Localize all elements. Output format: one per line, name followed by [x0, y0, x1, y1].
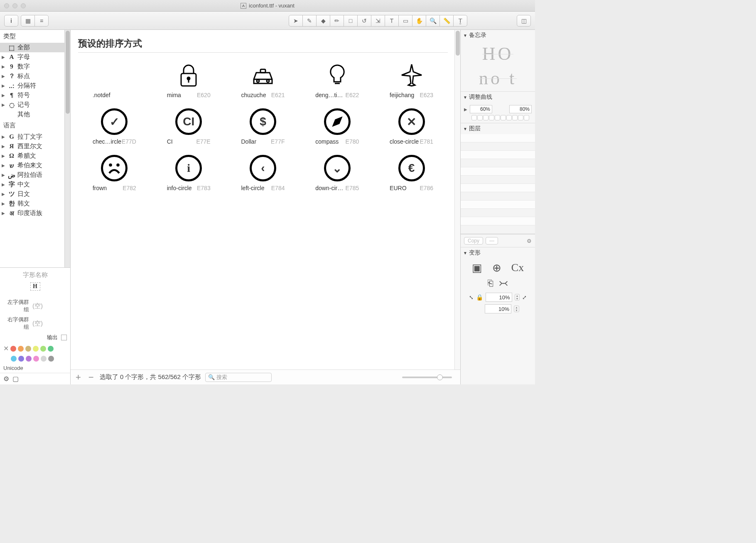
- remove-glyph-button[interactable]: −: [87, 372, 96, 383]
- layers-section-header[interactable]: ▼图层: [461, 123, 535, 134]
- sidebar-type-item[interactable]: 其他: [0, 110, 70, 119]
- annotation-tool-button[interactable]: ▭: [398, 15, 412, 27]
- add-glyph-button[interactable]: +: [74, 372, 83, 383]
- info-button[interactable]: i: [4, 15, 18, 27]
- transform-input-a[interactable]: 10%: [486, 293, 512, 302]
- sidebar-scrollbar[interactable]: [64, 30, 70, 267]
- erase-tool-button[interactable]: ◆: [316, 15, 330, 27]
- curve-section-header[interactable]: ▼调整曲线: [461, 92, 535, 103]
- color-swatch[interactable]: [18, 356, 24, 362]
- sidebar-lang-item[interactable]: ▶अ印度语族: [0, 208, 70, 218]
- cap-x-icon[interactable]: Cx: [511, 262, 524, 274]
- bounding-box-icon[interactable]: ▣: [472, 262, 482, 274]
- glyph-cell[interactable]: .notdef: [78, 57, 151, 100]
- sidebar-type-item[interactable]: ▶9数字: [0, 62, 70, 71]
- glyph-cell[interactable]: compassE780: [301, 103, 373, 147]
- curve-input-a[interactable]: 60%: [470, 105, 492, 113]
- left-kern-value[interactable]: (空): [32, 302, 43, 310]
- batch-icon[interactable]: ▢: [12, 375, 19, 383]
- crosshair-icon[interactable]: ⊕: [492, 262, 501, 274]
- sidebar-type-item[interactable]: ▶◌记号: [0, 100, 70, 110]
- color-swatch[interactable]: [10, 346, 16, 352]
- glyph-cell[interactable]: $ DollarE77F: [227, 103, 299, 147]
- pointer-tool-button[interactable]: ➤: [289, 15, 303, 27]
- flip-vertical-icon[interactable]: ᚛᚜: [499, 278, 508, 289]
- list-view-button[interactable]: ≡: [34, 15, 49, 27]
- flip-horizontal-icon[interactable]: ⎗: [488, 278, 493, 289]
- close-window-icon[interactable]: [4, 3, 9, 8]
- glyph-cell[interactable]: i info-circleE783: [152, 150, 225, 193]
- color-swatch[interactable]: [41, 356, 47, 362]
- sidebar-type-item[interactable]: ▶？标点: [0, 71, 70, 81]
- sidebar-lang-item[interactable]: ▶G拉丁文字: [0, 132, 70, 142]
- scale-tool-button[interactable]: ⇲: [371, 15, 385, 27]
- color-swatch[interactable]: [33, 346, 39, 352]
- memo-section-header[interactable]: ▼备忘录: [461, 30, 535, 41]
- color-swatch[interactable]: [11, 356, 17, 362]
- panels-button[interactable]: ◫: [517, 15, 531, 27]
- sidebar-lang-item[interactable]: ▶한韩文: [0, 199, 70, 208]
- sidebar-lang-item[interactable]: ▶ツ日文: [0, 189, 70, 199]
- glyph-cell[interactable]: CI CIE77E: [152, 103, 225, 147]
- measure-tool-button[interactable]: Ṯ: [453, 15, 467, 27]
- hand-tool-button[interactable]: ✋: [412, 15, 426, 27]
- glyph-cell[interactable]: € EUROE786: [375, 150, 448, 193]
- output-checkbox[interactable]: [61, 335, 67, 340]
- sidebar-lang-item[interactable]: ▶ש希伯来文: [0, 161, 70, 170]
- scale-in-icon[interactable]: ⤢: [522, 294, 527, 301]
- glyph-cell[interactable]: ‹ left-circleE784: [227, 150, 299, 193]
- glyph-cell[interactable]: chuzucheE621: [227, 57, 299, 100]
- stepper-a[interactable]: ▲▼: [515, 294, 520, 301]
- stepper-b[interactable]: ▲▼: [514, 306, 519, 312]
- color-swatch[interactable]: [40, 346, 46, 352]
- color-swatch[interactable]: [18, 346, 24, 352]
- curve-input-b[interactable]: 80%: [509, 105, 532, 113]
- main-scrollbar[interactable]: [454, 30, 460, 369]
- sidebar-lang-item[interactable]: ▶Ω希腊文: [0, 151, 70, 161]
- shape-tool-button[interactable]: □: [344, 15, 358, 27]
- sidebar-type-item[interactable]: ▶A字母: [0, 52, 70, 62]
- zoom-slider[interactable]: [402, 377, 452, 378]
- transform-section-header[interactable]: ▼变形: [461, 247, 535, 258]
- glyph-cell[interactable]: ⌄ down-circleE785: [301, 150, 373, 193]
- curve-expand-icon[interactable]: ▶: [464, 107, 467, 112]
- glyph-cell[interactable]: feijichangE623: [375, 57, 448, 100]
- sidebar-lang-item[interactable]: ▶Я西里尔文: [0, 142, 70, 151]
- rotate-tool-button[interactable]: ↺: [357, 15, 371, 27]
- clear-color-icon[interactable]: ✕: [3, 345, 9, 352]
- scale-out-icon[interactable]: ⤡: [469, 294, 474, 301]
- color-swatch[interactable]: [33, 356, 39, 362]
- zoom-tool-button[interactable]: 🔍: [426, 15, 440, 27]
- remove-layer-button[interactable]: —: [486, 237, 498, 245]
- pencil-tool-button[interactable]: ✏: [330, 15, 344, 27]
- curve-presets[interactable]: [471, 115, 532, 120]
- color-swatch[interactable]: [48, 356, 54, 362]
- glyph-cell[interactable]: mimaE620: [152, 57, 225, 100]
- glyph-cell[interactable]: ✕ close-circleE781: [375, 103, 448, 147]
- zoom-window-icon[interactable]: [21, 3, 26, 8]
- grid-view-button[interactable]: ▦: [21, 15, 35, 27]
- color-swatch[interactable]: [26, 356, 32, 362]
- search-input[interactable]: 🔍 搜索: [205, 373, 272, 382]
- sidebar-type-item[interactable]: ▶..:分隔符: [0, 81, 70, 90]
- copy-button[interactable]: Copy: [464, 237, 483, 245]
- sidebar-type-item[interactable]: ▶¶符号: [0, 90, 70, 100]
- ruler-tool-button[interactable]: 📏: [439, 15, 454, 27]
- lock-icon[interactable]: 🔒: [476, 294, 483, 301]
- glyph-cell[interactable]: ✓ chec…ircleE77D: [78, 103, 151, 147]
- color-swatch[interactable]: [25, 346, 31, 352]
- gear-icon[interactable]: ⚙: [3, 375, 9, 383]
- pen-tool-button[interactable]: ✎: [302, 15, 317, 27]
- sidebar-lang-item[interactable]: ▶ض阿拉伯语: [0, 170, 70, 180]
- sidebar-type-item[interactable]: ⬚全部: [0, 43, 70, 52]
- glyph-cell[interactable]: deng…tishiE622: [301, 57, 373, 100]
- color-swatch[interactable]: [48, 346, 54, 352]
- gear-icon[interactable]: ⚙: [527, 238, 532, 244]
- transform-input-b[interactable]: 10%: [485, 304, 511, 313]
- sidebar-lang-item[interactable]: ▶字中文: [0, 180, 70, 189]
- right-kern-value[interactable]: (空): [32, 320, 43, 328]
- layers-list[interactable]: [461, 134, 535, 234]
- text-tool-button[interactable]: T: [385, 15, 399, 27]
- minimize-window-icon[interactable]: [12, 3, 17, 8]
- glyph-cell[interactable]: frownE782: [78, 150, 151, 193]
